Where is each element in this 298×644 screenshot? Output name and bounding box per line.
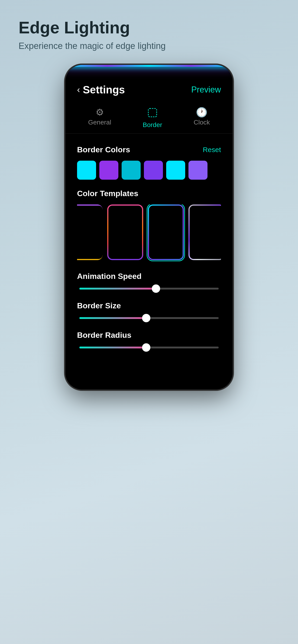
color-swatch-1[interactable] xyxy=(77,161,96,180)
phone-screen: ‹ Settings Preview ⚙ General Border xyxy=(66,65,232,390)
color-swatch-5[interactable] xyxy=(166,161,185,180)
color-swatch-6[interactable] xyxy=(188,161,207,180)
page-subtitle: Experience the magic of edge lighting xyxy=(19,41,279,51)
back-chevron-icon: ‹ xyxy=(77,85,80,94)
svg-rect-0 xyxy=(148,108,157,117)
reset-button[interactable]: Reset xyxy=(203,146,221,154)
color-swatches-container xyxy=(77,161,221,180)
template-item-4[interactable] xyxy=(188,204,221,260)
color-swatch-3[interactable] xyxy=(122,161,141,180)
page-header: Edge Lighting Experience the magic of ed… xyxy=(0,18,298,51)
template-item-2[interactable] xyxy=(107,204,143,260)
animation-speed-label: Animation Speed xyxy=(77,272,221,281)
tab-border[interactable]: Border xyxy=(136,105,169,131)
tab-clock[interactable]: 🕐 Clock xyxy=(187,105,217,131)
edge-lighting-glow xyxy=(66,65,232,67)
tab-bar: ⚙ General Border 🕐 Clock xyxy=(66,100,232,134)
settings-header: ‹ Settings Preview xyxy=(66,76,232,100)
border-radius-thumb[interactable] xyxy=(142,343,150,352)
border-size-section: Border Size xyxy=(66,296,232,324)
color-templates-header: Color Templates xyxy=(77,189,221,198)
gear-icon: ⚙ xyxy=(96,108,104,117)
color-templates-title: Color Templates xyxy=(77,189,138,198)
border-colors-header: Border Colors Reset xyxy=(77,145,221,154)
clock-icon: 🕐 xyxy=(196,108,207,117)
border-size-track[interactable] xyxy=(79,317,219,319)
tab-border-label: Border xyxy=(143,121,162,129)
border-colors-title: Border Colors xyxy=(77,145,130,154)
tab-general[interactable]: ⚙ General xyxy=(81,105,118,131)
template-item-3[interactable] xyxy=(148,204,184,260)
page-title: Edge Lighting xyxy=(19,18,279,37)
border-icon xyxy=(147,108,158,120)
border-size-label: Border Size xyxy=(77,301,221,310)
border-radius-track[interactable] xyxy=(79,346,219,348)
animation-speed-track[interactable] xyxy=(79,288,219,290)
color-swatch-2[interactable] xyxy=(99,161,118,180)
color-templates-section: Color Templates xyxy=(66,184,232,267)
animation-speed-section: Animation Speed xyxy=(66,267,232,294)
tab-clock-label: Clock xyxy=(194,119,210,126)
phone-frame: ‹ Settings Preview ⚙ General Border xyxy=(66,65,232,390)
border-colors-section: Border Colors Reset xyxy=(66,140,232,184)
template-item-1[interactable] xyxy=(77,204,103,260)
color-templates-list xyxy=(77,204,221,262)
border-radius-section: Border Radius xyxy=(66,326,232,353)
border-radius-label: Border Radius xyxy=(77,330,221,340)
tab-general-label: General xyxy=(88,119,111,126)
animation-speed-thumb[interactable] xyxy=(152,284,160,293)
back-button[interactable]: ‹ Settings xyxy=(77,84,125,96)
settings-title: Settings xyxy=(83,84,125,96)
border-size-thumb[interactable] xyxy=(142,314,150,322)
preview-button[interactable]: Preview xyxy=(191,85,221,94)
color-swatch-4[interactable] xyxy=(144,161,163,180)
